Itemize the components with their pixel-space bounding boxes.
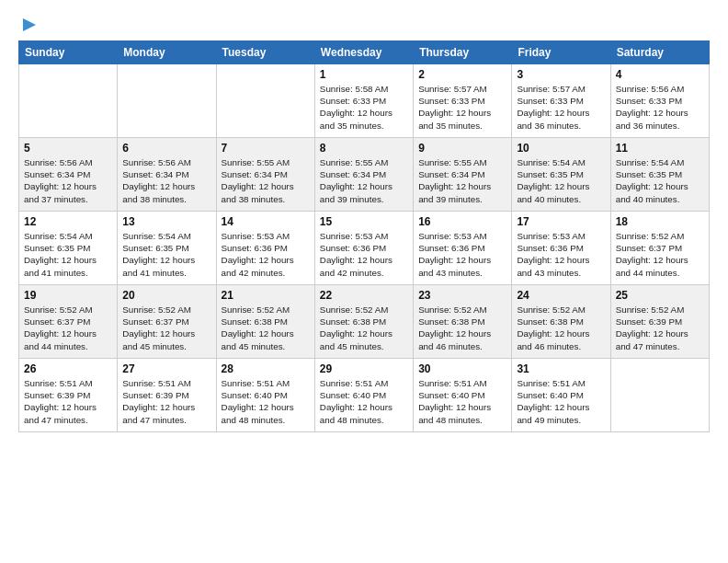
day-info: Sunrise: 5:51 AMSunset: 6:40 PMDaylight:…	[418, 377, 506, 426]
day-number: 11	[616, 142, 704, 155]
day-info: Sunrise: 5:52 AMSunset: 6:38 PMDaylight:…	[418, 304, 506, 352]
calendar-cell: 19Sunrise: 5:52 AMSunset: 6:37 PMDayligh…	[19, 285, 118, 359]
calendar-cell: 16Sunrise: 5:53 AMSunset: 6:36 PMDayligh…	[414, 212, 512, 285]
day-number: 21	[222, 289, 310, 302]
calendar-week-row: 1Sunrise: 5:58 AMSunset: 6:33 PMDaylight…	[19, 64, 710, 138]
calendar-cell: 22Sunrise: 5:52 AMSunset: 6:38 PMDayligh…	[314, 285, 413, 359]
day-info: Sunrise: 5:55 AMSunset: 6:34 PMDaylight:…	[418, 156, 506, 205]
calendar-cell: 25Sunrise: 5:52 AMSunset: 6:39 PMDayligh…	[610, 285, 709, 359]
day-number: 27	[122, 362, 210, 375]
calendar-week-row: 26Sunrise: 5:51 AMSunset: 6:39 PMDayligh…	[19, 359, 710, 432]
calendar-cell: 7Sunrise: 5:55 AMSunset: 6:34 PMDaylight…	[216, 138, 314, 212]
day-number: 16	[418, 215, 506, 228]
calendar-cell: 14Sunrise: 5:53 AMSunset: 6:36 PMDayligh…	[216, 212, 314, 285]
day-number: 3	[517, 68, 605, 81]
calendar-cell: 3Sunrise: 5:57 AMSunset: 6:33 PMDaylight…	[512, 64, 610, 138]
day-number: 10	[517, 142, 605, 155]
logo	[18, 15, 40, 31]
day-number: 6	[122, 142, 210, 155]
day-info: Sunrise: 5:54 AMSunset: 6:35 PMDaylight:…	[517, 156, 605, 205]
day-info: Sunrise: 5:53 AMSunset: 6:36 PMDaylight:…	[222, 230, 310, 279]
day-info: Sunrise: 5:52 AMSunset: 6:38 PMDaylight:…	[222, 304, 310, 352]
day-number: 26	[24, 362, 112, 375]
day-number: 20	[122, 289, 210, 302]
calendar-cell: 2Sunrise: 5:57 AMSunset: 6:33 PMDaylight…	[414, 64, 512, 138]
day-number: 30	[418, 362, 506, 375]
day-number: 31	[517, 362, 605, 375]
calendar-cell: 11Sunrise: 5:54 AMSunset: 6:35 PMDayligh…	[610, 138, 709, 212]
day-number: 9	[418, 142, 506, 155]
day-header-saturday: Saturday	[610, 41, 709, 64]
day-info: Sunrise: 5:54 AMSunset: 6:35 PMDaylight:…	[24, 230, 112, 279]
day-info: Sunrise: 5:51 AMSunset: 6:40 PMDaylight:…	[320, 377, 408, 426]
calendar-week-row: 12Sunrise: 5:54 AMSunset: 6:35 PMDayligh…	[19, 212, 710, 285]
calendar-cell	[118, 64, 216, 138]
svg-marker-0	[23, 18, 36, 31]
day-info: Sunrise: 5:58 AMSunset: 6:33 PMDaylight:…	[320, 83, 408, 132]
day-info: Sunrise: 5:55 AMSunset: 6:34 PMDaylight:…	[222, 156, 310, 205]
day-info: Sunrise: 5:56 AMSunset: 6:34 PMDaylight:…	[122, 156, 210, 205]
day-number: 19	[24, 289, 112, 302]
day-info: Sunrise: 5:53 AMSunset: 6:36 PMDaylight:…	[418, 230, 506, 279]
day-header-wednesday: Wednesday	[314, 41, 413, 64]
day-number: 24	[517, 289, 605, 302]
day-info: Sunrise: 5:57 AMSunset: 6:33 PMDaylight:…	[517, 83, 605, 132]
calendar-cell	[216, 64, 314, 138]
logo-arrow-icon	[19, 15, 40, 35]
calendar-cell: 5Sunrise: 5:56 AMSunset: 6:34 PMDaylight…	[19, 138, 118, 212]
calendar-cell: 13Sunrise: 5:54 AMSunset: 6:35 PMDayligh…	[118, 212, 216, 285]
day-number: 2	[418, 68, 506, 81]
calendar-table: SundayMondayTuesdayWednesdayThursdayFrid…	[18, 40, 710, 432]
calendar-cell: 21Sunrise: 5:52 AMSunset: 6:38 PMDayligh…	[216, 285, 314, 359]
day-info: Sunrise: 5:56 AMSunset: 6:34 PMDaylight:…	[24, 156, 112, 205]
day-info: Sunrise: 5:52 AMSunset: 6:37 PMDaylight:…	[122, 304, 210, 352]
day-number: 17	[517, 215, 605, 228]
day-info: Sunrise: 5:57 AMSunset: 6:33 PMDaylight:…	[418, 83, 506, 132]
day-info: Sunrise: 5:55 AMSunset: 6:34 PMDaylight:…	[320, 156, 408, 205]
calendar-cell: 9Sunrise: 5:55 AMSunset: 6:34 PMDaylight…	[414, 138, 512, 212]
day-info: Sunrise: 5:56 AMSunset: 6:33 PMDaylight:…	[616, 83, 704, 132]
day-info: Sunrise: 5:52 AMSunset: 6:39 PMDaylight:…	[616, 304, 704, 352]
calendar-cell: 29Sunrise: 5:51 AMSunset: 6:40 PMDayligh…	[314, 359, 413, 432]
day-info: Sunrise: 5:52 AMSunset: 6:38 PMDaylight:…	[320, 304, 408, 352]
calendar-week-row: 5Sunrise: 5:56 AMSunset: 6:34 PMDaylight…	[19, 138, 710, 212]
calendar-cell: 20Sunrise: 5:52 AMSunset: 6:37 PMDayligh…	[118, 285, 216, 359]
day-number: 5	[24, 142, 112, 155]
calendar-cell: 1Sunrise: 5:58 AMSunset: 6:33 PMDaylight…	[314, 64, 413, 138]
day-info: Sunrise: 5:52 AMSunset: 6:38 PMDaylight:…	[517, 304, 605, 352]
calendar-cell	[610, 359, 709, 432]
day-number: 22	[320, 289, 408, 302]
day-header-sunday: Sunday	[19, 41, 118, 64]
day-header-tuesday: Tuesday	[216, 41, 314, 64]
day-number: 29	[320, 362, 408, 375]
calendar-cell: 17Sunrise: 5:53 AMSunset: 6:36 PMDayligh…	[512, 212, 610, 285]
calendar-cell: 24Sunrise: 5:52 AMSunset: 6:38 PMDayligh…	[512, 285, 610, 359]
calendar-cell: 12Sunrise: 5:54 AMSunset: 6:35 PMDayligh…	[19, 212, 118, 285]
calendar-cell: 23Sunrise: 5:52 AMSunset: 6:38 PMDayligh…	[414, 285, 512, 359]
day-number: 1	[320, 68, 408, 81]
calendar-cell: 15Sunrise: 5:53 AMSunset: 6:36 PMDayligh…	[314, 212, 413, 285]
day-info: Sunrise: 5:53 AMSunset: 6:36 PMDaylight:…	[320, 230, 408, 279]
day-number: 15	[320, 215, 408, 228]
calendar-cell: 30Sunrise: 5:51 AMSunset: 6:40 PMDayligh…	[414, 359, 512, 432]
day-info: Sunrise: 5:51 AMSunset: 6:40 PMDaylight:…	[517, 377, 605, 426]
calendar-cell: 18Sunrise: 5:52 AMSunset: 6:37 PMDayligh…	[610, 212, 709, 285]
day-info: Sunrise: 5:52 AMSunset: 6:37 PMDaylight:…	[24, 304, 112, 352]
calendar-cell	[19, 64, 118, 138]
calendar-cell: 6Sunrise: 5:56 AMSunset: 6:34 PMDaylight…	[118, 138, 216, 212]
day-number: 14	[222, 215, 310, 228]
day-number: 18	[616, 215, 704, 228]
day-header-thursday: Thursday	[414, 41, 512, 64]
day-info: Sunrise: 5:51 AMSunset: 6:40 PMDaylight:…	[222, 377, 310, 426]
calendar-cell: 28Sunrise: 5:51 AMSunset: 6:40 PMDayligh…	[216, 359, 314, 432]
calendar-cell: 4Sunrise: 5:56 AMSunset: 6:33 PMDaylight…	[610, 64, 709, 138]
day-info: Sunrise: 5:52 AMSunset: 6:37 PMDaylight:…	[616, 230, 704, 279]
calendar-cell: 27Sunrise: 5:51 AMSunset: 6:39 PMDayligh…	[118, 359, 216, 432]
day-header-monday: Monday	[118, 41, 216, 64]
calendar-cell: 10Sunrise: 5:54 AMSunset: 6:35 PMDayligh…	[512, 138, 610, 212]
day-number: 25	[616, 289, 704, 302]
day-info: Sunrise: 5:51 AMSunset: 6:39 PMDaylight:…	[24, 377, 112, 426]
calendar-header-row: SundayMondayTuesdayWednesdayThursdayFrid…	[19, 41, 710, 64]
calendar-cell: 26Sunrise: 5:51 AMSunset: 6:39 PMDayligh…	[19, 359, 118, 432]
calendar-week-row: 19Sunrise: 5:52 AMSunset: 6:37 PMDayligh…	[19, 285, 710, 359]
